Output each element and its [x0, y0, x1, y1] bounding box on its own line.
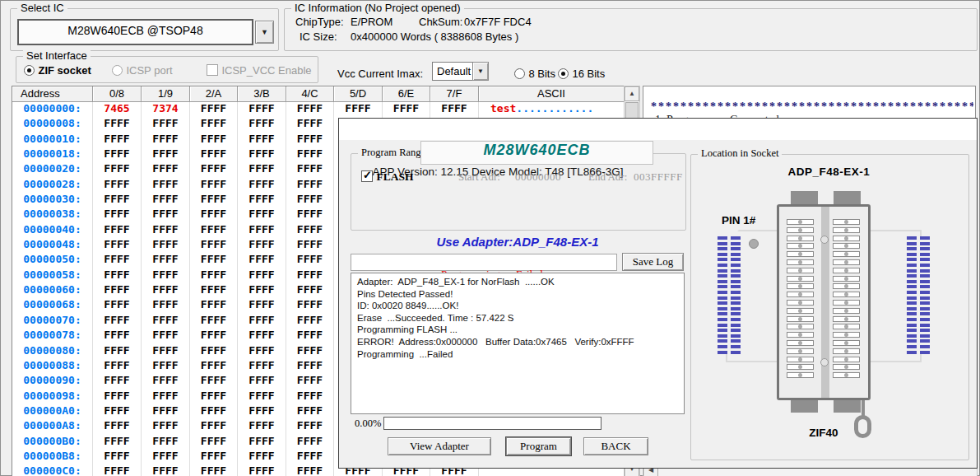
bits8-radio[interactable]: 8 Bits [514, 66, 555, 81]
hex-column-header[interactable]: 1/9 [142, 86, 190, 102]
hex-cell[interactable]: FFFF [286, 283, 334, 298]
hex-cell[interactable]: FFFF [190, 238, 238, 253]
hex-cell[interactable]: FFFF [190, 329, 238, 343]
hex-cell[interactable]: FFFF [286, 147, 334, 162]
hex-cell[interactable]: FFFF [142, 268, 190, 283]
hex-cell[interactable]: FFFF [93, 374, 142, 389]
hex-cell[interactable]: FFFF [93, 464, 142, 476]
hex-cell[interactable]: FFFF [286, 390, 334, 404]
hex-cell[interactable]: FFFF [286, 404, 334, 419]
hex-cell[interactable]: FFFF [238, 253, 286, 268]
hex-cell[interactable]: FFFF [238, 162, 286, 177]
program-log-box[interactable]: Adapter: ADP_F48_EX-1 for NorFlash .....… [351, 273, 685, 414]
hex-cell[interactable]: FFFF [286, 359, 334, 374]
hex-cell[interactable]: FFFF [238, 329, 286, 343]
hex-cell[interactable]: FFFF [238, 147, 286, 162]
hex-cell[interactable]: FFFF [238, 133, 286, 147]
hex-cell[interactable]: FFFF [93, 329, 142, 343]
table-row[interactable]: 00000000:74657374FFFFFFFFFFFFFFFFFFFFFFF… [12, 102, 625, 117]
hex-cell[interactable]: FFFF [238, 359, 286, 374]
hex-cell[interactable]: FFFF [238, 193, 286, 208]
hex-cell[interactable]: FFFF [142, 283, 190, 298]
hex-cell[interactable]: FFFF [142, 464, 190, 476]
hex-cell[interactable]: FFFF [286, 450, 334, 464]
hex-cell[interactable]: FFFF [190, 147, 238, 162]
bits16-radio[interactable]: 16 Bits [558, 66, 605, 81]
hex-cell[interactable]: FFFF [142, 390, 190, 404]
hex-cell[interactable]: FFFF [238, 464, 286, 476]
hex-cell[interactable]: FFFF [286, 162, 334, 177]
hex-cell[interactable]: FFFF [93, 419, 142, 434]
hex-cell[interactable]: FFFF [142, 314, 190, 329]
ic-dropdown-button[interactable]: ▼ [255, 21, 274, 44]
hex-cell[interactable]: FFFF [286, 193, 334, 208]
hex-cell[interactable]: FFFF [190, 314, 238, 329]
hex-column-header[interactable]: 7/F [430, 86, 479, 102]
hex-cell[interactable]: FFFF [286, 133, 334, 147]
hex-cell[interactable]: FFFF [93, 162, 142, 177]
hex-cell[interactable]: FFFF [93, 314, 142, 329]
hex-cell[interactable]: FFFF [93, 404, 142, 419]
hex-cell[interactable]: FFFF [238, 404, 286, 419]
hex-cell[interactable]: FFFF [238, 268, 286, 283]
hex-cell[interactable]: FFFF [142, 419, 190, 434]
hex-cell[interactable]: FFFF [190, 268, 238, 283]
hex-cell[interactable]: FFFF [190, 435, 238, 450]
zif-socket-radio[interactable]: ZIF socket [24, 63, 91, 77]
hex-cell[interactable]: FFFF [383, 102, 430, 117]
hex-cell[interactable]: FFFF [190, 162, 238, 177]
scroll-up-icon[interactable]: ▲ [625, 86, 639, 101]
hex-cell[interactable]: FFFF [142, 404, 190, 419]
hex-cell[interactable]: FFFF [142, 253, 190, 268]
hex-cell[interactable]: FFFF [93, 435, 142, 450]
hex-cell[interactable]: FFFF [93, 359, 142, 374]
hex-cell[interactable]: FFFF [142, 450, 190, 464]
hex-cell[interactable]: FFFF [142, 223, 190, 238]
hex-cell[interactable]: FFFF [430, 102, 479, 117]
hex-cell[interactable]: FFFF [93, 268, 142, 283]
hex-cell[interactable]: FFFF [190, 390, 238, 404]
hex-cell[interactable]: FFFF [93, 238, 142, 253]
hex-cell[interactable]: FFFF [238, 344, 286, 359]
hex-cell[interactable]: FFFF [190, 359, 238, 374]
hex-cell[interactable]: FFFF [238, 223, 286, 238]
hex-cell[interactable]: FFFF [286, 329, 334, 343]
ic-combobox[interactable]: M28W640ECB @TSOP48 [17, 19, 253, 45]
hex-cell[interactable]: FFFF [142, 147, 190, 162]
hex-cell[interactable]: FFFF [142, 193, 190, 208]
hex-cell[interactable]: FFFF [286, 464, 334, 476]
hex-cell[interactable]: FFFF [190, 419, 238, 434]
hex-cell[interactable]: FFFF [190, 404, 238, 419]
hex-cell[interactable]: FFFF [238, 419, 286, 434]
hex-cell[interactable]: FFFF [238, 178, 286, 193]
hex-cell[interactable]: FFFF [142, 178, 190, 193]
hex-cell[interactable]: FFFF [93, 390, 142, 404]
vcc-dropdown-button[interactable]: ▼ [472, 62, 489, 81]
hex-cell[interactable]: FFFF [142, 208, 190, 222]
hex-cell[interactable]: FFFF [93, 253, 142, 268]
vcc-select[interactable]: Default [432, 62, 478, 81]
hex-cell[interactable]: FFFF [93, 450, 142, 464]
hex-cell[interactable]: FFFF [190, 117, 238, 132]
hex-cell[interactable]: FFFF [93, 208, 142, 222]
hex-cell[interactable]: FFFF [190, 298, 238, 313]
hex-cell[interactable]: FFFF [286, 374, 334, 389]
hex-cell[interactable]: FFFF [286, 208, 334, 222]
hex-column-header[interactable]: 5/D [334, 86, 383, 102]
hex-cell[interactable]: FFFF [142, 117, 190, 132]
hex-cell[interactable]: FFFF [286, 238, 334, 253]
hex-cell[interactable]: FFFF [238, 450, 286, 464]
back-button[interactable]: BACK [583, 437, 648, 455]
hex-cell[interactable]: FFFF [142, 329, 190, 343]
program-button[interactable]: Program [506, 437, 571, 455]
hex-cell[interactable]: FFFF [238, 298, 286, 313]
hex-cell[interactable]: FFFF [334, 102, 383, 117]
hex-cell[interactable]: FFFF [93, 283, 142, 298]
hex-cell[interactable]: FFFF [142, 359, 190, 374]
save-log-button[interactable]: Save Log [622, 253, 684, 271]
hex-column-header[interactable]: 6/E [383, 86, 430, 102]
hex-cell[interactable]: FFFF [142, 374, 190, 389]
hex-cell[interactable]: FFFF [190, 450, 238, 464]
hex-cell[interactable]: FFFF [286, 117, 334, 132]
hex-cell[interactable]: FFFF [286, 419, 334, 434]
